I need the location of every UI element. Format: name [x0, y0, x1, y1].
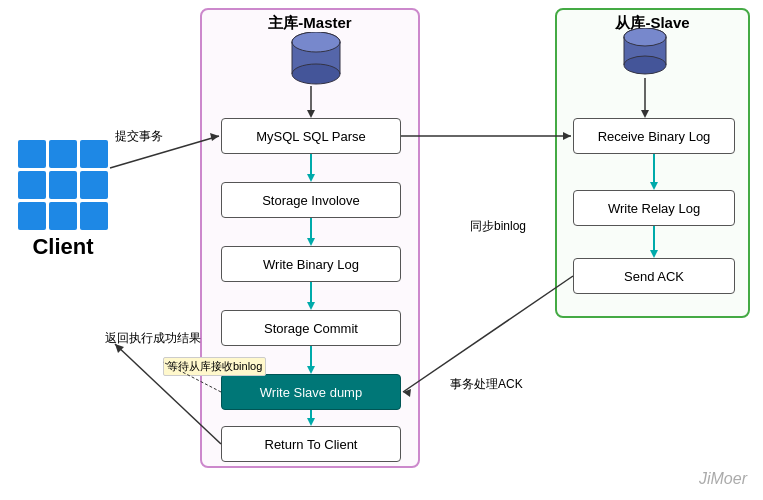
sql-parse-box: MySQL SQL Parse [221, 118, 401, 154]
svg-point-2 [292, 64, 340, 84]
receive-binary-log-box: Receive Binary Log [573, 118, 735, 154]
send-ack-box: Send ACK [573, 258, 735, 294]
sync-binlog-label: 同步binlog [470, 218, 526, 235]
watermark: JiMoer [699, 470, 747, 488]
client-icon [18, 140, 108, 230]
write-binary-log-box: Write Binary Log [221, 246, 401, 282]
slave-db-icon [618, 28, 672, 82]
svg-point-8 [624, 56, 666, 74]
client-area: Client [18, 140, 108, 260]
storage-involve-box: Storage Involove [221, 182, 401, 218]
storage-commit-box: Storage Commit [221, 310, 401, 346]
write-slave-dump-box: Write Slave dump [221, 374, 401, 410]
svg-point-9 [624, 28, 666, 46]
submit-tx-label: 提交事务 [115, 128, 163, 145]
return-result-label: 返回执行成功结果 [105, 330, 201, 347]
svg-point-3 [292, 32, 340, 52]
client-label: Client [18, 234, 108, 260]
wait-binlog-label: 等待从库接收binlog [163, 357, 266, 376]
tx-ack-label: 事务处理ACK [450, 376, 523, 393]
master-db-icon [286, 32, 346, 90]
svg-line-36 [403, 276, 573, 392]
write-relay-log-box: Write Relay Log [573, 190, 735, 226]
return-client-box: Return To Client [221, 426, 401, 462]
